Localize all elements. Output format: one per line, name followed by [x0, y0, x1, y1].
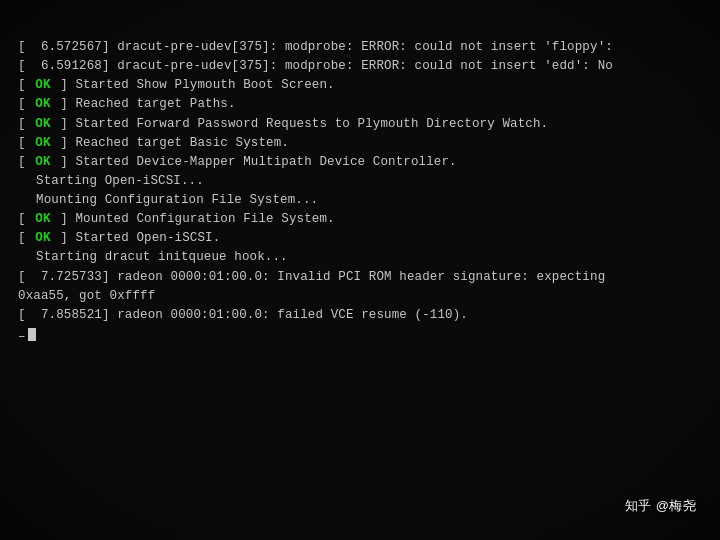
log-text: Mounting Configuration File System...: [36, 191, 318, 209]
log-text: 0xaa55, got 0xffff: [18, 287, 155, 305]
bracket: ]: [60, 229, 68, 247]
log-line: [ OK ] Started Show Plymouth Boot Screen…: [18, 76, 698, 94]
terminal-screen: [ 6.572567 ] dracut-pre-udev[375]: modpr…: [0, 0, 720, 540]
log-line: Starting dracut initqueue hook...: [18, 248, 698, 266]
bracket: ]: [60, 76, 68, 94]
bracket: [: [18, 57, 26, 75]
log-text: Started Device-Mapper Multipath Device C…: [68, 153, 457, 171]
log-line: [ 7.858521 ] radeon 0000:01:00.0: failed…: [18, 306, 698, 324]
bracket: ]: [102, 38, 110, 56]
bracket: [: [18, 268, 26, 286]
cursor-dash: –: [18, 328, 26, 346]
log-timestamp: 7.725733: [26, 268, 102, 286]
bracket: ]: [102, 268, 110, 286]
log-line: Starting Open-iSCSI...: [18, 172, 698, 190]
log-timestamp: 6.572567: [26, 38, 102, 56]
log-text: radeon 0000:01:00.0: failed VCE resume (…: [110, 306, 468, 324]
log-line: [ OK ] Mounted Configuration File System…: [18, 210, 698, 228]
ok-badge: OK: [28, 229, 59, 247]
cursor: [28, 328, 36, 341]
ok-badge: OK: [28, 210, 59, 228]
log-line: [ OK ] Reached target Paths.: [18, 95, 698, 113]
log-text: Reached target Basic System.: [68, 134, 289, 152]
log-text: Started Open-iSCSI.: [68, 229, 221, 247]
log-timestamp: 6.591268: [26, 57, 102, 75]
log-text: dracut-pre-udev[375]: modprobe: ERROR: c…: [110, 38, 613, 56]
log-text: Starting dracut initqueue hook...: [36, 248, 288, 266]
bracket: [: [18, 153, 26, 171]
log-area: [ 6.572567 ] dracut-pre-udev[375]: modpr…: [18, 38, 698, 346]
bracket: [: [18, 95, 26, 113]
ok-badge: OK: [28, 76, 59, 94]
log-line: [ OK ] Reached target Basic System.: [18, 134, 698, 152]
ok-badge: OK: [28, 115, 59, 133]
bracket: [: [18, 134, 26, 152]
bracket: [: [18, 210, 26, 228]
log-line: [ OK ] Started Device-Mapper Multipath D…: [18, 153, 698, 171]
cursor-line: –: [18, 328, 698, 346]
log-text: Started Show Plymouth Boot Screen.: [68, 76, 335, 94]
ok-badge: OK: [28, 134, 59, 152]
ok-badge: OK: [28, 153, 59, 171]
bracket: ]: [102, 57, 110, 75]
ok-badge: OK: [28, 95, 59, 113]
log-text: Mounted Configuration File System.: [68, 210, 335, 228]
bracket: ]: [60, 210, 68, 228]
log-timestamp: 7.858521: [26, 306, 102, 324]
log-line: [ OK ] Started Open-iSCSI.: [18, 229, 698, 247]
log-line: [ OK ] Started Forward Password Requests…: [18, 115, 698, 133]
log-text: Starting Open-iSCSI...: [36, 172, 204, 190]
bracket: [: [18, 38, 26, 56]
bracket: [: [18, 76, 26, 94]
bracket: ]: [60, 134, 68, 152]
watermark-text: 知乎 @梅尧: [625, 498, 696, 513]
log-line: 0xaa55, got 0xffff: [18, 287, 698, 305]
log-text: Reached target Paths.: [68, 95, 236, 113]
log-line: Mounting Configuration File System...: [18, 191, 698, 209]
bracket: [: [18, 306, 26, 324]
log-text: radeon 0000:01:00.0: Invalid PCI ROM hea…: [110, 268, 606, 286]
bracket: ]: [102, 306, 110, 324]
log-line: [ 7.725733 ] radeon 0000:01:00.0: Invali…: [18, 268, 698, 286]
watermark: 知乎 @梅尧: [625, 497, 696, 516]
bracket: ]: [60, 95, 68, 113]
log-text: dracut-pre-udev[375]: modprobe: ERROR: c…: [110, 57, 613, 75]
bracket: [: [18, 115, 26, 133]
log-line: [ 6.591268 ] dracut-pre-udev[375]: modpr…: [18, 57, 698, 75]
bracket: [: [18, 229, 26, 247]
log-text: Started Forward Password Requests to Ply…: [68, 115, 548, 133]
bracket: ]: [60, 153, 68, 171]
log-line: [ 6.572567 ] dracut-pre-udev[375]: modpr…: [18, 38, 698, 56]
bracket: ]: [60, 115, 68, 133]
